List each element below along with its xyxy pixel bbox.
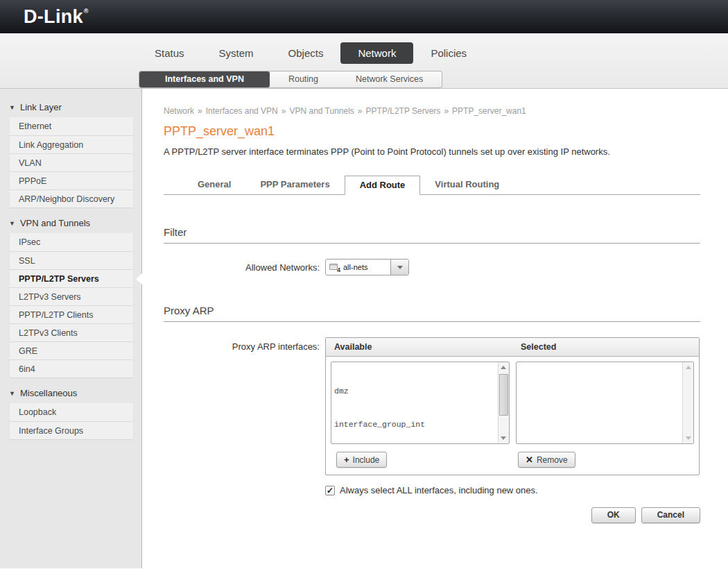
scrollbar-down-button[interactable] [499,433,509,443]
sidebar-item-pptp-l2tp-servers[interactable]: PPTP/L2TP Servers [10,269,133,287]
arrow-up-icon [686,366,691,369]
dual-list-panel: Available Selected dmz interface_group_i… [325,337,700,475]
sidebar-item-vlan[interactable]: VLAN [10,153,133,171]
proxy-arp-section-title: Proxy ARP [164,305,700,322]
sidebar-item-arp-neighbor-discovery[interactable]: ARP/Neighbor Discovery [10,189,133,207]
breadcrumb-link-pptp-l2tp-servers[interactable]: PPTP/L2TP Servers [366,106,441,116]
scrollbar-down-button[interactable] [683,433,693,443]
scrollbar-thumb[interactable] [499,374,508,416]
page-description: A PPTP/L2TP server interface terminates … [164,146,700,157]
available-list-item[interactable]: interface_group_int [334,419,498,430]
select-all-checkbox[interactable]: ✓ [325,486,335,495]
dropdown-open-button[interactable] [390,260,408,275]
scrollbar-up-button[interactable] [683,362,693,373]
breadcrumb-link-network[interactable]: Network [164,106,194,116]
registered-trademark: ® [84,8,89,15]
sidebar-item-pppoe[interactable]: PPPoE [10,171,133,189]
proxy-arp-row: Proxy ARP interfaces: Available Selected… [164,337,700,475]
include-button[interactable]: + Include [336,452,387,468]
tab-virtual-routing[interactable]: Virtual Routing [420,176,514,194]
breadcrumb-separator: » [278,106,290,116]
selected-column-header: Selected [512,338,699,356]
sidebar-item-gre[interactable]: GRE [10,341,133,359]
tab-add-route[interactable]: Add Route [345,176,421,195]
chevron-down-icon [397,266,403,269]
dual-list-header: Available Selected [326,338,699,357]
sidebar-section-title: Link Layer [20,102,62,112]
dual-list-buttons: + Include ✕ Remove [331,444,694,475]
breadcrumb-separator: » [194,106,206,116]
remove-button[interactable]: ✕ Remove [518,452,575,468]
ok-button[interactable]: OK [591,507,636,523]
collapse-arrow-icon: ▼ [9,220,15,227]
sidebar-section-miscellaneous[interactable]: ▼ Miscellaneous [0,383,141,403]
collapse-arrow-icon: ▼ [9,104,15,111]
allowed-networks-label: Allowed Networks: [164,262,325,273]
sidebar-item-interface-groups[interactable]: Interface Groups [10,421,133,439]
main-panel: Network»Interfaces and VPN»VPN and Tunne… [142,89,728,568]
sidebar-item-ssl[interactable]: SSL [10,251,133,269]
sidebar-item-6in4[interactable]: 6in4 [10,359,133,377]
selected-list [517,362,683,443]
header: Status System Objects Network Policies I… [0,33,728,89]
nav-item-policies[interactable]: Policies [413,42,484,64]
sidebar-item-ipsec[interactable]: IPsec [10,233,133,251]
sidebar-item-l2tpv3-clients[interactable]: L2TPv3 Clients [10,323,133,341]
dual-list-body: dmz interface_group_int lan1 lan2 lan3 v… [326,357,699,475]
ipv4-network-object-icon: 4 [329,262,340,272]
content-area: ▼ Link Layer Ethernet Link Aggregation V… [0,89,728,568]
allowed-networks-dropdown[interactable]: 4 all-nets [325,259,409,275]
x-icon: ✕ [526,455,533,465]
arrow-down-icon [501,436,506,440]
tab-bar: General PPP Parameters Add Route Virtual… [164,176,700,195]
top-brand-bar: D-Link® [0,0,728,33]
sidebar-item-link-aggregation[interactable]: Link Aggregation [10,135,133,153]
main-nav: Status System Objects Network Policies [137,42,484,64]
available-list: dmz interface_group_int lan1 lan2 lan3 v… [331,362,498,443]
tab-general[interactable]: General [183,176,245,194]
sidebar-item-loopback[interactable]: Loopback [10,403,133,421]
allowed-networks-value: all-nets [343,263,367,271]
arrow-up-icon [501,366,506,369]
tab-ppp-parameters[interactable]: PPP Parameters [245,176,344,194]
sidebar-section-link-layer[interactable]: ▼ Link Layer [0,97,141,117]
sidebar-item-l2tpv3-servers[interactable]: L2TPv3 Servers [10,287,133,305]
page-title: PPTP_server_wan1 [164,124,700,139]
dropdown-selected-value[interactable]: 4 all-nets [326,260,390,275]
active-item-arrow [136,273,143,285]
scrollbar-up-button[interactable] [499,362,509,373]
breadcrumb-current: PPTP_server_wan1 [452,106,526,116]
sidebar-group-vpn-and-tunnels: IPsec SSL PPTP/L2TP Servers L2TPv3 Serve… [10,233,133,377]
proxy-arp-interfaces-label: Proxy ARP interfaces: [164,337,325,352]
cancel-button[interactable]: Cancel [641,507,700,523]
selected-scrollbar[interactable] [682,362,693,443]
nav-item-network[interactable]: Network [340,42,413,64]
breadcrumb-link-interfaces-and-vpn[interactable]: Interfaces and VPN [206,106,278,116]
sidebar-group-link-layer: Ethernet Link Aggregation VLAN PPPoE ARP… [10,117,133,207]
subnav-item-interfaces-and-vpn[interactable]: Interfaces and VPN [139,71,270,87]
sidebar-item-ethernet[interactable]: Ethernet [10,117,133,135]
breadcrumb-link-vpn-and-tunnels[interactable]: VPN and Tunnels [289,106,354,116]
sidebar-group-miscellaneous: Loopback Interface Groups [10,403,133,439]
subnav-item-network-services[interactable]: Network Services [337,71,442,87]
breadcrumb-separator: » [440,106,452,116]
nav-item-objects[interactable]: Objects [271,42,341,64]
sidebar-section-title: VPN and Tunnels [20,218,90,228]
subnav-item-routing[interactable]: Routing [270,71,337,87]
sidebar-item-pptp-l2tp-clients[interactable]: PPTP/L2TP Clients [10,305,133,323]
collapse-arrow-icon: ▼ [9,390,15,397]
nav-item-status[interactable]: Status [137,42,202,64]
available-scrollbar[interactable] [498,362,509,443]
arrow-down-icon [686,436,691,440]
selected-listbox[interactable] [516,362,695,444]
sidebar-section-vpn-and-tunnels[interactable]: ▼ VPN and Tunnels [0,213,141,233]
available-listbox[interactable]: dmz interface_group_int lan1 lan2 lan3 v… [331,362,510,444]
sidebar-section-title: Miscellaneous [20,388,77,398]
sidebar: ▼ Link Layer Ethernet Link Aggregation V… [0,89,142,568]
available-list-item[interactable]: dmz [334,386,498,397]
dlink-logo: D-Link® [24,6,89,28]
nav-item-system[interactable]: System [202,42,271,64]
available-column-header: Available [326,338,512,356]
select-all-row: ✓ Always select ALL interfaces, includin… [325,485,700,495]
allowed-networks-row: Allowed Networks: 4 all-nets [164,259,700,275]
